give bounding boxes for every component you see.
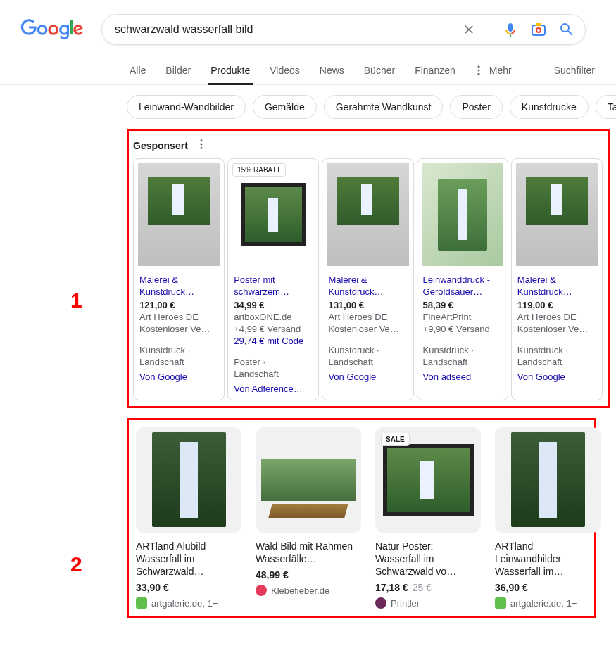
svg-point-3 bbox=[477, 65, 479, 68]
chip[interactable]: Kunstdrucke bbox=[510, 95, 589, 119]
original-price: 25 € bbox=[413, 582, 432, 593]
tab-videos[interactable]: Videos bbox=[267, 56, 303, 84]
sale-badge: SALE bbox=[381, 433, 410, 446]
svg-point-7 bbox=[200, 144, 202, 146]
product-image: 15% RABATT bbox=[228, 159, 318, 270]
svg-point-5 bbox=[477, 73, 479, 75]
product-title: Malerei & Kunstdruck… bbox=[328, 274, 407, 298]
image-search-icon[interactable] bbox=[530, 21, 547, 38]
sponsored-card[interactable]: 15% RABATT Poster mit schwarzem… 34,99 €… bbox=[227, 158, 319, 400]
product-price: 131,00 € bbox=[328, 300, 407, 310]
filter-chips: Leinwand-Wandbilder Gemälde Gerahmte Wan… bbox=[0, 85, 616, 129]
product-image bbox=[322, 159, 413, 270]
content: Gesponsert Malerei & Kunstdruck… 121,00 … bbox=[0, 129, 616, 618]
product-title: Malerei & Kunstdruck… bbox=[139, 274, 218, 298]
search-toolbar bbox=[462, 21, 575, 38]
tab-finance[interactable]: Finanzen bbox=[412, 56, 458, 84]
product-price: 121,00 € bbox=[139, 300, 218, 310]
tabs-row: Alle Bilder Produkte Videos News Bücher … bbox=[0, 56, 616, 85]
product-price: 119,00 € bbox=[517, 300, 596, 310]
product-title: Poster mit schwarzem… bbox=[234, 274, 313, 298]
svg-rect-0 bbox=[532, 25, 545, 35]
sponsored-label: Gesponsert bbox=[133, 140, 188, 151]
product-title: Wald Bild mit Rahmen Wasserfälle… bbox=[256, 540, 361, 565]
product-source: Von Adference… bbox=[234, 383, 313, 394]
organic-card[interactable]: ARTland Alubild Wasserfall im Schwarzwal… bbox=[136, 427, 241, 609]
product-title: Natur Poster: Wasserfall im Schwarzwald … bbox=[375, 540, 481, 578]
organic-card[interactable]: SALE Natur Poster: Wasserfall im Schwarz… bbox=[375, 427, 481, 609]
product-image bbox=[136, 427, 241, 533]
product-type: Kunstdruck ·Landschaft bbox=[139, 344, 218, 369]
favicon-icon bbox=[375, 597, 386, 609]
product-title: Leinwanddruck - Geroldsauer… bbox=[423, 274, 502, 298]
info-icon[interactable] bbox=[195, 138, 208, 153]
chip[interactable]: Leinwand-Wandbilder bbox=[127, 95, 246, 119]
tab-more-label: Mehr bbox=[489, 65, 512, 76]
favicon-icon bbox=[136, 597, 147, 609]
svg-rect-2 bbox=[536, 23, 541, 26]
tab-more[interactable]: Mehr bbox=[472, 56, 512, 84]
tab-all[interactable]: Alle bbox=[127, 56, 149, 84]
product-source: Von Google bbox=[139, 372, 218, 382]
search-input[interactable] bbox=[112, 23, 462, 36]
product-seller: Printler bbox=[375, 597, 481, 609]
sponsored-card[interactable]: Leinwanddruck - Geroldsauer… 58,39 € Fin… bbox=[417, 158, 508, 400]
product-shipping: +9,90 € Versand bbox=[423, 324, 502, 334]
product-shipping: +4,99 € Versand bbox=[234, 324, 313, 334]
sponsored-card[interactable]: Malerei & Kunstdruck… 131,00 € Art Heroe… bbox=[322, 158, 413, 400]
sponsored-card[interactable]: Malerei & Kunstdruck… 121,00 € Art Heroe… bbox=[133, 158, 225, 400]
voice-search-icon[interactable] bbox=[502, 21, 519, 38]
clear-icon[interactable] bbox=[462, 23, 476, 37]
sponsored-header: Gesponsert bbox=[133, 135, 603, 158]
product-image bbox=[256, 427, 361, 533]
search-filter[interactable]: Suchfilter bbox=[554, 65, 595, 76]
separator bbox=[489, 21, 489, 38]
annotation-marker-1: 1 bbox=[70, 289, 82, 312]
header bbox=[0, 0, 616, 52]
svg-point-4 bbox=[477, 70, 479, 72]
product-seller: artgalerie.de, 1+ bbox=[495, 597, 601, 609]
product-title: ARTland Leinwandbilder Wasserfall im… bbox=[495, 540, 601, 578]
product-price: 48,99 € bbox=[256, 569, 361, 581]
product-type: Kunstdruck ·Landschaft bbox=[423, 344, 502, 369]
discount-badge: 15% RABATT bbox=[232, 163, 286, 177]
product-type: Kunstdruck ·Landschaft bbox=[328, 344, 407, 369]
product-price: 58,39 € bbox=[423, 300, 502, 310]
product-source: Von Google bbox=[328, 372, 407, 382]
product-seller: artboxONE.de bbox=[234, 312, 313, 322]
search-icon[interactable] bbox=[558, 21, 575, 38]
favicon-icon bbox=[256, 585, 267, 596]
chip[interactable]: Poster bbox=[450, 95, 502, 119]
chip[interactable]: Gemälde bbox=[253, 95, 317, 119]
product-type: Kunstdruck ·Landschaft bbox=[517, 344, 596, 369]
google-logo[interactable] bbox=[20, 19, 84, 40]
product-seller: FineArtPrint bbox=[423, 312, 502, 322]
chip[interactable]: Tap bbox=[596, 95, 616, 119]
tab-news[interactable]: News bbox=[317, 56, 347, 84]
product-source: Von adseed bbox=[423, 372, 502, 382]
product-image: SALE bbox=[375, 427, 481, 533]
product-seller: artgalerie.de, 1+ bbox=[136, 597, 241, 609]
product-shipping: Kostenloser Ve… bbox=[328, 324, 407, 334]
annotation-marker-2: 2 bbox=[70, 552, 82, 576]
product-image bbox=[512, 159, 602, 270]
organic-cards: ARTland Alubild Wasserfall im Schwarzwal… bbox=[136, 427, 587, 609]
tab-books[interactable]: Bücher bbox=[361, 56, 398, 84]
product-image bbox=[134, 159, 224, 270]
organic-section: ARTland Alubild Wasserfall im Schwarzwal… bbox=[127, 418, 596, 619]
favicon-icon bbox=[495, 597, 506, 609]
organic-card[interactable]: ARTland Leinwandbilder Wasserfall im… 36… bbox=[495, 427, 601, 609]
product-seller: Art Heroes DE bbox=[517, 312, 596, 322]
tab-images[interactable]: Bilder bbox=[163, 56, 194, 84]
organic-card[interactable]: Wald Bild mit Rahmen Wasserfälle… 48,99 … bbox=[256, 427, 361, 609]
product-seller: Art Heroes DE bbox=[139, 312, 218, 322]
tab-products[interactable]: Produkte bbox=[208, 56, 253, 84]
product-image bbox=[417, 159, 508, 270]
product-title: Malerei & Kunstdruck… bbox=[517, 274, 596, 298]
chip[interactable]: Gerahmte Wandkunst bbox=[324, 95, 444, 119]
product-title: ARTland Alubild Wasserfall im Schwarzwal… bbox=[136, 540, 241, 578]
product-seller: Klebefieber.de bbox=[256, 585, 361, 596]
product-image bbox=[495, 427, 601, 533]
product-price: 17,18 €25 € bbox=[375, 582, 481, 593]
sponsored-card[interactable]: Malerei & Kunstdruck… 119,00 € Art Heroe… bbox=[511, 158, 603, 400]
